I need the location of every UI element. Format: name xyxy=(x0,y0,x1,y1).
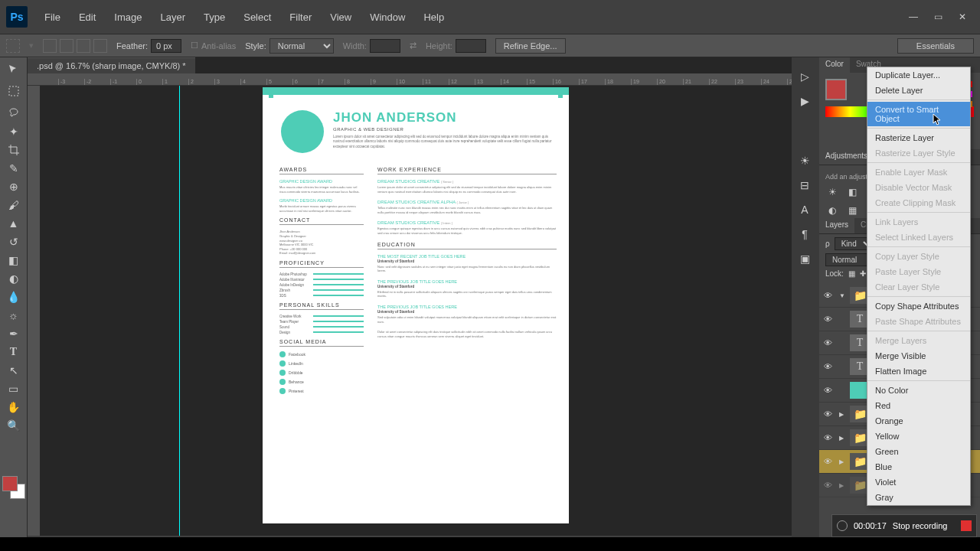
minimize-button[interactable]: — xyxy=(902,9,925,24)
hand-tool-icon[interactable]: ✋ xyxy=(3,398,24,416)
visibility-icon[interactable]: 👁 xyxy=(824,386,835,395)
visibility-icon[interactable]: 👁 xyxy=(824,362,835,371)
menu-layer[interactable]: Layer xyxy=(153,8,194,26)
guide-line[interactable] xyxy=(179,86,180,536)
paragraph-panel-icon[interactable]: ¶ xyxy=(795,224,815,244)
menu-image[interactable]: Image xyxy=(106,8,149,26)
lock-pixels-icon[interactable]: ▦ xyxy=(848,269,855,278)
ctx-green[interactable]: Green xyxy=(867,444,970,459)
refine-edge-button[interactable]: Refine Edge... xyxy=(495,38,566,54)
shape-tool-icon[interactable]: ▭ xyxy=(3,380,24,397)
visibility-icon[interactable]: 👁 xyxy=(824,291,835,300)
new-selection-icon[interactable] xyxy=(43,39,57,53)
healing-tool-icon[interactable]: ⊕ xyxy=(3,178,24,195)
expand-arrow-icon[interactable]: ▶ xyxy=(839,411,845,418)
add-selection-icon[interactable] xyxy=(60,39,74,53)
properties-panel-icon[interactable]: ▣ xyxy=(795,249,815,269)
hue-adj-icon[interactable]: ◐ xyxy=(825,204,839,217)
layers-tab[interactable]: Layers xyxy=(819,218,854,233)
menu-file[interactable]: File xyxy=(37,8,68,26)
crop-tool-icon[interactable] xyxy=(3,141,24,158)
visibility-icon[interactable]: 👁 xyxy=(824,338,835,347)
bw-adj-icon[interactable]: ▦ xyxy=(845,204,859,217)
intersect-selection-icon[interactable] xyxy=(93,39,107,53)
maximize-button[interactable]: ▭ xyxy=(926,9,949,24)
gradient-tool-icon[interactable]: ◐ xyxy=(3,269,24,287)
subtract-selection-icon[interactable] xyxy=(77,39,90,53)
window-controls: — ▭ ✕ xyxy=(902,9,974,24)
height-input[interactable] xyxy=(456,39,486,53)
history-panel-icon[interactable]: ▷ xyxy=(795,67,815,86)
record-indicator-icon[interactable] xyxy=(961,520,972,531)
visibility-icon[interactable]: 👁 xyxy=(824,315,835,324)
expand-arrow-icon[interactable]: ▶ xyxy=(839,482,845,489)
eraser-tool-icon[interactable]: ◧ xyxy=(3,251,24,269)
style-select[interactable]: Normal xyxy=(270,38,334,54)
character-panel-icon[interactable]: A xyxy=(795,200,815,220)
vertical-ruler xyxy=(28,86,40,536)
ctx-copy-shape-attributes[interactable]: Copy Shape Attributes xyxy=(867,298,970,314)
zoom-tool-icon[interactable]: 🔍 xyxy=(3,416,24,434)
ctx-blue[interactable]: Blue xyxy=(867,459,970,474)
ctx-no-color[interactable]: No Color xyxy=(867,383,970,398)
history-brush-icon[interactable]: ↺ xyxy=(3,233,24,250)
feather-input[interactable] xyxy=(151,39,181,53)
color-tab[interactable]: Color xyxy=(819,57,850,73)
marquee-tool-icon[interactable] xyxy=(3,79,24,103)
ctx-flatten-image[interactable]: Flatten Image xyxy=(867,364,970,379)
color-swatches[interactable] xyxy=(2,476,25,499)
menu-window[interactable]: Window xyxy=(362,8,413,26)
blur-tool-icon[interactable]: 💧 xyxy=(3,288,24,305)
marquee-icon[interactable] xyxy=(6,39,20,53)
menu-edit[interactable]: Edit xyxy=(71,8,103,26)
ctx-delete-layer[interactable]: Delete Layer xyxy=(867,83,970,98)
visibility-icon[interactable]: 👁 xyxy=(824,457,835,466)
brushes-panel-icon[interactable]: ⊟ xyxy=(795,175,815,195)
ctx-convert-to-smart-object[interactable]: Convert to Smart Object xyxy=(867,102,970,126)
adjustments-tab[interactable]: Adjustments xyxy=(819,149,874,165)
lock-position-icon[interactable]: ✚ xyxy=(860,269,866,278)
menu-type[interactable]: Type xyxy=(196,8,233,26)
brush-panel-icon[interactable]: ☀ xyxy=(795,151,815,171)
ctx-yellow[interactable]: Yellow xyxy=(867,429,970,444)
stamp-tool-icon[interactable]: ▲ xyxy=(3,214,24,232)
color-preview[interactable] xyxy=(825,79,847,100)
expand-arrow-icon[interactable]: ▶ xyxy=(839,458,845,465)
pen-tool-icon[interactable]: ✒ xyxy=(3,324,24,342)
menu-select[interactable]: Select xyxy=(236,8,279,26)
fg-color-icon[interactable] xyxy=(2,476,18,491)
visibility-icon[interactable]: 👁 xyxy=(824,481,835,490)
brightness-adj-icon[interactable]: ☀ xyxy=(825,185,839,199)
stop-recording-button[interactable]: Stop recording xyxy=(893,521,948,530)
canvas[interactable]: JHON ANDERSON GRAPHIC & WEB DESIGNER Lor… xyxy=(40,86,792,536)
levels-adj-icon[interactable]: ◧ xyxy=(845,185,859,199)
menu-filter[interactable]: Filter xyxy=(282,8,319,26)
antialias-checkbox[interactable]: ☐Anti-alias xyxy=(191,41,236,51)
expand-arrow-icon[interactable]: ▼ xyxy=(839,292,845,299)
workspace-button[interactable]: Essentials xyxy=(897,38,974,54)
visibility-icon[interactable]: 👁 xyxy=(824,433,835,442)
ctx-orange[interactable]: Orange xyxy=(867,413,970,429)
visibility-icon[interactable]: 👁 xyxy=(824,409,835,419)
expand-arrow-icon[interactable]: ▶ xyxy=(839,435,845,442)
actions-panel-icon[interactable]: ▶ xyxy=(795,91,815,111)
document-tab[interactable]: .psd @ 16.7% (sharp image, CMYK/8) * xyxy=(28,57,195,73)
ctx-duplicate-layer-[interactable]: Duplicate Layer... xyxy=(867,67,970,83)
menu-help[interactable]: Help xyxy=(416,8,452,26)
dodge-tool-icon[interactable]: ☼ xyxy=(3,306,24,324)
move-tool-icon[interactable] xyxy=(3,60,24,78)
path-tool-icon[interactable]: ↖ xyxy=(3,361,24,379)
wand-tool-icon[interactable]: ✦ xyxy=(3,122,24,140)
ctx-merge-visible[interactable]: Merge Visible xyxy=(867,348,970,364)
type-tool-icon[interactable]: T xyxy=(3,343,24,360)
lasso-tool-icon[interactable] xyxy=(3,104,24,122)
ctx-rasterize-layer[interactable]: Rasterize Layer xyxy=(867,130,970,145)
close-button[interactable]: ✕ xyxy=(951,9,974,24)
menu-view[interactable]: View xyxy=(322,8,359,26)
ctx-violet[interactable]: Violet xyxy=(867,474,970,490)
ctx-red[interactable]: Red xyxy=(867,398,970,413)
brush-tool-icon[interactable]: 🖌 xyxy=(3,196,24,214)
ctx-gray[interactable]: Gray xyxy=(867,490,970,505)
eyedropper-tool-icon[interactable]: ✎ xyxy=(3,159,24,177)
width-input[interactable] xyxy=(370,39,400,53)
